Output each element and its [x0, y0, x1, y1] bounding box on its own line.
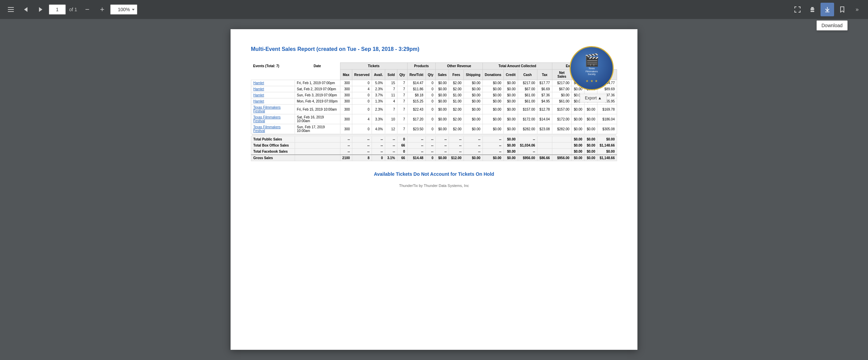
- svg-rect-8: [811, 7, 813, 8]
- svg-marker-3: [24, 7, 27, 12]
- date-cell: Fri, Feb 1, 2019 07:00pm: [295, 80, 340, 86]
- fullscreen-button[interactable]: [791, 3, 804, 16]
- notice-text: Available Tickets Do Not Account for Tic…: [251, 171, 617, 177]
- date-cell: Sat, Feb 16, 2019 10:00am: [295, 114, 340, 124]
- footer-text: ThunderTix by Thunder Data Systems, Inc: [251, 184, 617, 188]
- total-row-box_office: Total Box Office Sales -- -- -- -- 66 --…: [251, 143, 617, 149]
- date-cell: Mon, Feb 4, 2019 07:00pm: [295, 98, 340, 105]
- download-tooltip: Download: [816, 20, 848, 31]
- date-header: Date: [295, 63, 340, 70]
- event-name-cell[interactable]: Texas Filmmakers Festival: [251, 114, 295, 124]
- products-header: Products: [407, 63, 436, 70]
- logo-container: 🎬 TexasFilmmakersSociety ★ ★ ★ Export ▲: [570, 46, 617, 102]
- download-button[interactable]: [821, 3, 834, 16]
- bookmark-button[interactable]: [835, 3, 849, 16]
- svg-rect-2: [8, 11, 14, 12]
- svg-rect-11: [825, 12, 830, 12]
- svg-marker-5: [132, 9, 135, 11]
- zoom-in-button[interactable]: +: [95, 3, 109, 16]
- events-header: Events (Total: 7): [251, 63, 295, 70]
- gross-sales-label: Gross Sales: [251, 155, 295, 161]
- pdf-page: Multi-Event Sales Report (created on Tue…: [231, 29, 637, 350]
- total-row-facebook: Total Facebook Sales -- -- -- -- 0 -- --…: [251, 149, 617, 155]
- table-header-main: Events (Total: 7) Date Tickets Products …: [251, 63, 617, 70]
- date-cell: Sat, Feb 2, 2019 07:00pm: [295, 86, 340, 92]
- event-name-cell[interactable]: Hamlet: [251, 92, 295, 98]
- total-label: Total Public Sales: [251, 136, 295, 143]
- date-cell: Sun, Feb 3, 2019 07:00pm: [295, 92, 340, 98]
- print-button[interactable]: [806, 3, 819, 16]
- event-name-cell[interactable]: Hamlet: [251, 98, 295, 105]
- sidebar-toggle-button[interactable]: [4, 3, 18, 16]
- svg-rect-1: [8, 9, 14, 10]
- table-row: Texas Filmmakers Festival Sat, Feb 16, 2…: [251, 114, 617, 124]
- pdf-viewer: Multi-Event Sales Report (created on Tue…: [0, 19, 868, 360]
- page-number-input[interactable]: 1: [49, 4, 66, 15]
- svg-rect-0: [8, 7, 14, 8]
- table-row: Hamlet Sun, Feb 3, 2019 07:00pm 300 0 3.…: [251, 92, 617, 98]
- event-name-cell[interactable]: Hamlet: [251, 86, 295, 92]
- svg-rect-6: [811, 11, 814, 12]
- report-title: Multi-Event Sales Report (created on Tue…: [251, 46, 617, 52]
- total-label: Total Box Office Sales: [251, 143, 295, 149]
- table-row: Hamlet Fri, Feb 1, 2019 07:00pm 300 0 5.…: [251, 80, 617, 86]
- more-tools-button[interactable]: »: [850, 3, 864, 16]
- export-button[interactable]: Export ▲: [580, 94, 607, 102]
- zoom-out-button[interactable]: −: [80, 3, 94, 16]
- date-cell: Fri, Feb 15, 2019 10:00am: [295, 105, 340, 114]
- svg-marker-4: [39, 7, 42, 12]
- svg-rect-7: [811, 8, 814, 10]
- table-row: Texas Filmmakers Festival Sun, Feb 17, 2…: [251, 124, 617, 134]
- table-row: Hamlet Mon, Feb 4, 2019 07:00pm 300 0 1.…: [251, 98, 617, 105]
- date-cell: Sun, Feb 17, 2019 10:00am: [295, 124, 340, 134]
- other-revenue-header: Other Revenue: [436, 63, 483, 70]
- total-label: Total Facebook Sales: [251, 149, 295, 155]
- total-row-public_sales: Total Public Sales -- -- -- -- 0 -- -- -…: [251, 136, 617, 143]
- total-amount-header: Total Amount Collected: [482, 63, 552, 70]
- page-of-label: of 1: [69, 7, 77, 12]
- svg-point-9: [813, 10, 814, 11]
- event-name-cell[interactable]: Hamlet: [251, 80, 295, 86]
- logo-circle: 🎬 TexasFilmmakersSociety ★ ★ ★: [570, 46, 614, 90]
- report-table: Events (Total: 7) Date Tickets Products …: [251, 62, 617, 161]
- table-row: Hamlet Sat, Feb 2, 2019 07:00pm 300 4 2.…: [251, 86, 617, 92]
- event-name-cell[interactable]: Texas Filmmakers Festival: [251, 124, 295, 134]
- gross-sales-row: Gross Sales 2100 8 0 3.1% 66 $14.48 0 $0…: [251, 155, 617, 161]
- tickets-header: Tickets: [340, 63, 407, 70]
- table-row: Texas Filmmakers Festival Fri, Feb 15, 2…: [251, 105, 617, 114]
- event-name-cell[interactable]: Texas Filmmakers Festival: [251, 105, 295, 114]
- toolbar: 1 of 1 − + 100%: [0, 0, 868, 19]
- logo-text: TexasFilmmakersSociety: [584, 67, 599, 76]
- prev-page-button[interactable]: [19, 3, 33, 16]
- next-page-button[interactable]: [34, 3, 47, 16]
- table-header-sub: Max Reserved Avail. Sold Qty Rev/Tckt Qt…: [251, 70, 617, 80]
